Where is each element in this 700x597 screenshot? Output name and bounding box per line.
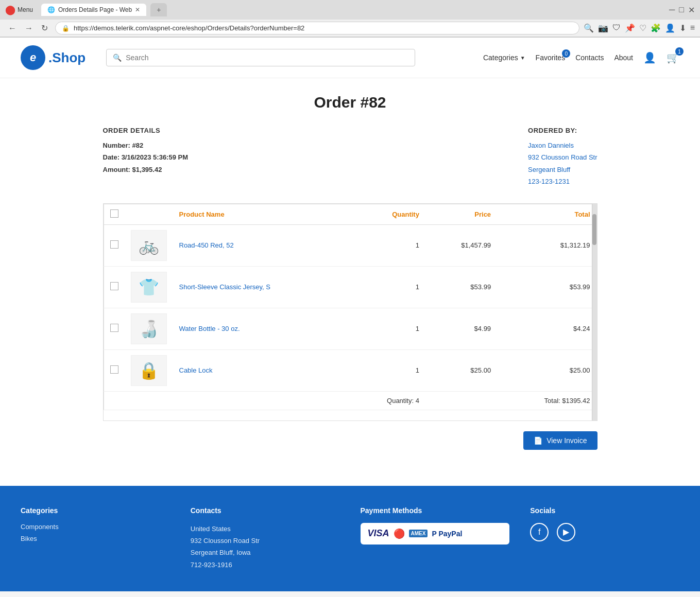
cart-icon-wrap[interactable]: 🛒 1 [667,51,679,64]
product-qty-2: 1 [349,308,425,349]
categories-menu[interactable]: Categories ▼ [483,54,525,62]
product-price-0: $1,457.99 [425,224,497,266]
product-name-0: Road-450 Red, 52 [173,224,350,266]
col-product-name: Product Name [173,204,350,224]
invoice-section: 📄 View Invoice [103,431,597,450]
heart-icon[interactable]: ♡ [639,23,646,33]
opera-icon[interactable]: ⬤ [5,4,15,15]
row-checkbox-cell [104,266,125,308]
order-date-label: Date: [103,153,120,161]
invoice-icon: 📄 [534,436,542,445]
minimize-button[interactable]: ─ [669,5,675,15]
order-date-value: 3/16/2023 5:36:59 PM [122,153,188,161]
row-img-cell: 🔒 [125,349,173,391]
shield-icon[interactable]: 🛡 [612,23,621,33]
page-title: Order #82 [103,94,597,111]
footer-grid: Categories Components Bikes Contacts Uni… [21,506,679,571]
tab-title: Orders Details Page - Web [58,6,132,13]
logo-text: .Shop [48,50,86,66]
youtube-icon[interactable]: ▶ [557,523,575,541]
window-controls-right[interactable]: ─ □ ✕ [669,5,695,15]
row-checkbox-2[interactable] [110,324,118,332]
row-checkbox-0[interactable] [110,240,118,249]
address-bar[interactable]: 🔒 [55,22,579,34]
browser-titlebar: ⬤ Menu 🌐 Orders Details Page - Web ✕ + ─… [0,0,700,20]
order-amount-value: $1,395.42 [132,166,162,173]
search-icon[interactable]: 🔍 [584,23,594,33]
browser-navbar: ← → ↻ 🔒 🔍 📷 🛡 📌 ♡ 🧩 👤 ⬇ ≡ [0,20,700,37]
about-nav-item[interactable]: About [614,54,633,62]
view-invoice-label: View Invoice [547,436,587,445]
facebook-icon[interactable]: f [530,523,549,541]
ordered-by-heading: ORDERED BY: [528,127,597,134]
select-all-checkbox[interactable] [110,209,118,218]
logo-icon: e [21,45,45,70]
lock-icon: 🔒 [62,25,70,32]
product-image-3: 🔒 [131,355,167,386]
product-image-1: 👕 [131,272,167,303]
order-amount: Amount: $1,395.42 [103,164,189,175]
reload-button[interactable]: ↻ [38,22,51,34]
order-number: Number: #82 [103,139,189,151]
browser-nav-icons[interactable]: 🔍 📷 🛡 📌 ♡ 🧩 👤 ⬇ ≡ [584,23,695,33]
menu-icon[interactable]: ≡ [690,23,695,33]
footer-phone: 712-923-1916 [191,559,340,571]
row-img-cell: 🚲 [125,224,173,266]
footer-socials: Socials f ▶ [530,506,679,571]
amex-icon: AMEX [409,530,428,537]
product-price-3: $25.00 [425,349,497,391]
footer-link-bikes[interactable]: Bikes [21,535,170,542]
row-checkbox-cell [104,349,125,391]
scroll-thumb[interactable] [592,214,596,245]
active-tab[interactable]: 🌐 Orders Details Page - Web ✕ [41,4,146,16]
ordered-by-block: ORDERED BY: Jaxon Danniels 932 Clousson … [528,127,597,188]
product-qty-0: 1 [349,224,425,266]
footer-quantity-cell [104,391,349,410]
new-tab[interactable]: + [150,3,167,16]
url-input[interactable] [74,24,573,32]
row-checkbox-1[interactable] [110,282,118,290]
col-price: Price [425,204,497,224]
product-qty-3: 1 [349,349,425,391]
categories-label: Categories [483,54,518,62]
main-content: Order #82 ORDER DETAILS Number: #82 Date… [93,78,608,465]
footer-link-components[interactable]: Components [21,523,170,531]
tab-close-icon[interactable]: ✕ [135,6,140,13]
screenshot-icon[interactable]: 📷 [598,23,608,33]
products-table-wrapper: Product Name Quantity Price Total 🚲 Road… [103,203,597,421]
tab-icon: 🌐 [47,6,55,13]
maximize-button[interactable]: □ [679,5,684,15]
mastercard-icon: 🔴 [394,528,405,539]
site-header: e .Shop 🔍 Categories ▼ Favorites 0 Conta… [0,38,700,78]
search-input[interactable] [126,54,408,62]
search-box[interactable]: 🔍 [106,49,415,66]
scrollbar[interactable] [592,204,597,420]
extension-icon[interactable]: 🧩 [651,23,661,33]
account-icon[interactable]: 👤 [665,23,675,33]
pin-icon[interactable]: 📌 [625,23,635,33]
paypal-icon: P PayPal [432,530,462,538]
user-icon[interactable]: 👤 [643,51,656,64]
row-checkbox-3[interactable] [110,365,118,374]
row-checkbox-cell [104,308,125,349]
window-controls[interactable]: ⬤ Menu [5,4,37,15]
opera-menu-label[interactable]: Menu [18,6,33,13]
col-total: Total [497,204,596,224]
download-icon[interactable]: ⬇ [679,23,686,33]
logo[interactable]: e .Shop [21,45,86,70]
product-name-3: Cable Lock [173,349,350,391]
close-button[interactable]: ✕ [688,5,695,15]
add-tab-icon[interactable]: + [157,6,161,14]
back-button[interactable]: ← [5,22,20,34]
view-invoice-button[interactable]: 📄 View Invoice [523,431,597,450]
favorites-nav-item[interactable]: Favorites 0 [536,54,566,62]
table-footer-row: Quantity: 4 Total: $1395.42 [104,391,596,410]
visa-icon: VISA [368,528,389,539]
contacts-nav-item[interactable]: Contacts [575,54,604,62]
product-total-0: $1,312.19 [497,224,596,266]
footer-categories: Categories Components Bikes [21,506,170,571]
page: e .Shop 🔍 Categories ▼ Favorites 0 Conta… [0,38,700,591]
nav-arrows[interactable]: ← → ↻ [5,22,51,34]
footer-categories-heading: Categories [21,506,170,515]
forward-button[interactable]: → [22,22,36,34]
